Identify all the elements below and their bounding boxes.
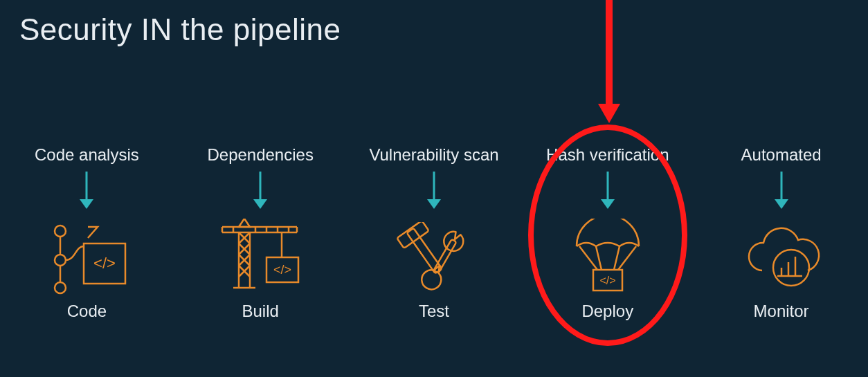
teal-arrow-icon	[78, 172, 95, 209]
svg-point-5	[55, 255, 66, 266]
svg-marker-1	[598, 104, 620, 123]
activity-label: Vulnerability scan	[369, 145, 498, 165]
svg-text:</>: </>	[93, 255, 116, 272]
svg-point-4	[55, 226, 66, 237]
stage-monitor: Automated Monitor	[698, 145, 865, 321]
stage-label: Test	[419, 302, 449, 321]
stage-deploy: Hash verification </> Deploy	[525, 145, 691, 321]
activity-label: Automated	[741, 145, 822, 165]
teal-arrow-icon	[773, 172, 790, 209]
svg-marker-43	[601, 199, 615, 209]
svg-marker-38	[427, 199, 441, 209]
svg-marker-12	[253, 199, 267, 209]
svg-text:</>: </>	[599, 275, 615, 286]
svg-line-47	[618, 246, 636, 270]
code-graph-icon: </>	[45, 219, 128, 295]
teal-arrow-icon	[599, 172, 616, 209]
svg-line-46	[614, 246, 620, 270]
teal-arrow-icon	[252, 172, 269, 209]
highlight-arrow-icon	[595, 0, 623, 125]
pipeline-stages: Code analysis </> Code Dependencies	[0, 145, 868, 321]
stage-code: Code analysis </> Code	[3, 145, 170, 321]
stage-label: Deploy	[581, 302, 633, 321]
slide-title: Security IN the pipeline	[19, 12, 341, 47]
svg-marker-3	[80, 199, 93, 209]
stage-label: Code	[67, 302, 107, 321]
tools-icon	[396, 222, 472, 291]
stage-build: Dependencies	[177, 145, 343, 321]
parachute-code-icon: </>	[570, 219, 646, 295]
svg-marker-51	[775, 199, 788, 209]
svg-marker-33	[239, 219, 250, 227]
teal-arrow-icon	[426, 172, 442, 209]
svg-line-44	[579, 246, 597, 270]
cloud-chart-icon	[740, 222, 823, 291]
svg-line-45	[596, 246, 602, 270]
activity-label: Dependencies	[207, 145, 313, 165]
stage-label: Monitor	[754, 302, 809, 321]
crane-code-icon: </>	[215, 219, 305, 295]
stage-test: Vulnerability scan Test	[351, 145, 517, 321]
svg-text:</>: </>	[273, 263, 291, 277]
svg-point-52	[773, 250, 809, 286]
activity-label: Hash verification	[546, 145, 669, 165]
activity-label: Code analysis	[35, 145, 139, 165]
svg-point-6	[55, 282, 66, 293]
stage-label: Build	[242, 302, 279, 321]
